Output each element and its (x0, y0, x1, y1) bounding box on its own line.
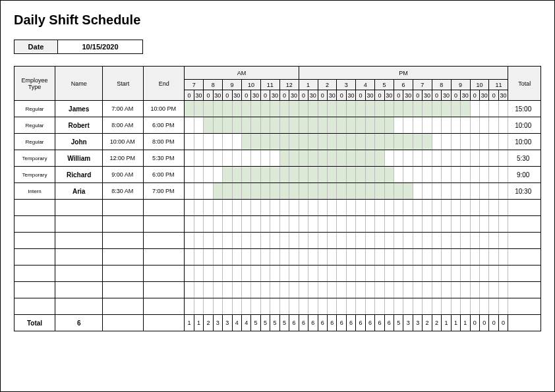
time-slot[interactable] (241, 183, 250, 200)
time-slot[interactable] (356, 216, 365, 233)
time-slot[interactable] (498, 200, 508, 216)
time-slot[interactable] (413, 167, 422, 183)
time-slot[interactable] (442, 101, 451, 117)
time-slot[interactable] (204, 150, 213, 167)
time-slot[interactable] (241, 117, 250, 134)
time-slot[interactable] (251, 101, 260, 117)
time-slot[interactable] (204, 101, 213, 117)
time-slot[interactable] (251, 134, 260, 150)
time-slot[interactable] (489, 117, 498, 134)
time-slot[interactable] (423, 200, 432, 216)
time-slot[interactable] (346, 266, 355, 282)
start-time[interactable]: 8:30 AM (103, 183, 144, 200)
time-slot[interactable] (241, 282, 250, 298)
time-slot[interactable] (346, 117, 355, 134)
employee-type[interactable] (15, 298, 55, 315)
time-slot[interactable] (318, 167, 327, 183)
time-slot[interactable] (337, 150, 346, 167)
time-slot[interactable] (279, 282, 289, 298)
time-slot[interactable] (185, 249, 194, 266)
time-slot[interactable] (394, 167, 403, 183)
time-slot[interactable] (403, 282, 413, 298)
time-slot[interactable] (346, 134, 355, 150)
time-slot[interactable] (308, 216, 318, 233)
time-slot[interactable] (194, 183, 203, 200)
time-slot[interactable] (413, 117, 422, 134)
employee-name[interactable] (55, 282, 103, 298)
time-slot[interactable] (479, 282, 488, 298)
time-slot[interactable] (251, 216, 260, 233)
time-slot[interactable] (423, 266, 432, 282)
time-slot[interactable] (327, 200, 336, 216)
employee-name[interactable]: Aria (55, 183, 103, 200)
time-slot[interactable] (337, 134, 346, 150)
time-slot[interactable] (413, 183, 422, 200)
time-slot[interactable] (260, 150, 270, 167)
time-slot[interactable] (289, 282, 299, 298)
time-slot[interactable] (270, 101, 279, 117)
time-slot[interactable] (489, 167, 498, 183)
time-slot[interactable] (375, 216, 384, 233)
time-slot[interactable] (194, 134, 203, 150)
time-slot[interactable] (470, 183, 479, 200)
employee-type[interactable] (15, 200, 55, 216)
time-slot[interactable] (279, 200, 289, 216)
time-slot[interactable] (489, 200, 498, 216)
time-slot[interactable] (394, 101, 403, 117)
time-slot[interactable] (185, 233, 194, 249)
time-slot[interactable] (432, 249, 441, 266)
employee-type[interactable] (15, 233, 55, 249)
time-slot[interactable] (279, 266, 289, 282)
time-slot[interactable] (318, 101, 327, 117)
time-slot[interactable] (489, 249, 498, 266)
time-slot[interactable] (442, 233, 451, 249)
start-time[interactable] (103, 216, 144, 233)
time-slot[interactable] (384, 200, 394, 216)
time-slot[interactable] (432, 183, 441, 200)
time-slot[interactable] (461, 117, 470, 134)
time-slot[interactable] (498, 216, 508, 233)
time-slot[interactable] (394, 216, 403, 233)
time-slot[interactable] (470, 249, 479, 266)
end-time[interactable] (144, 249, 185, 266)
time-slot[interactable] (442, 183, 451, 200)
time-slot[interactable] (223, 134, 232, 150)
time-slot[interactable] (232, 249, 241, 266)
time-slot[interactable] (489, 233, 498, 249)
time-slot[interactable] (232, 150, 241, 167)
time-slot[interactable] (442, 134, 451, 150)
time-slot[interactable] (498, 266, 508, 282)
time-slot[interactable] (498, 233, 508, 249)
time-slot[interactable] (327, 150, 336, 167)
time-slot[interactable] (194, 249, 203, 266)
time-slot[interactable] (346, 200, 355, 216)
time-slot[interactable] (213, 216, 222, 233)
start-time[interactable] (103, 233, 144, 249)
time-slot[interactable] (223, 200, 232, 216)
time-slot[interactable] (232, 200, 241, 216)
time-slot[interactable] (442, 216, 451, 233)
time-slot[interactable] (461, 150, 470, 167)
time-slot[interactable] (251, 298, 260, 315)
time-slot[interactable] (232, 216, 241, 233)
time-slot[interactable] (308, 282, 318, 298)
time-slot[interactable] (461, 200, 470, 216)
time-slot[interactable] (260, 216, 270, 233)
time-slot[interactable] (194, 167, 203, 183)
time-slot[interactable] (365, 282, 374, 298)
time-slot[interactable] (479, 117, 488, 134)
start-time[interactable]: 9:00 AM (103, 167, 144, 183)
time-slot[interactable] (442, 117, 451, 134)
employee-name[interactable] (55, 200, 103, 216)
time-slot[interactable] (489, 216, 498, 233)
time-slot[interactable] (337, 282, 346, 298)
employee-name[interactable]: Robert (55, 117, 103, 134)
time-slot[interactable] (260, 167, 270, 183)
employee-type[interactable]: Regular (15, 134, 55, 150)
end-time[interactable]: 8:00 PM (144, 134, 185, 150)
time-slot[interactable] (479, 266, 488, 282)
time-slot[interactable] (204, 134, 213, 150)
time-slot[interactable] (403, 101, 413, 117)
employee-name[interactable]: John (55, 134, 103, 150)
time-slot[interactable] (498, 183, 508, 200)
